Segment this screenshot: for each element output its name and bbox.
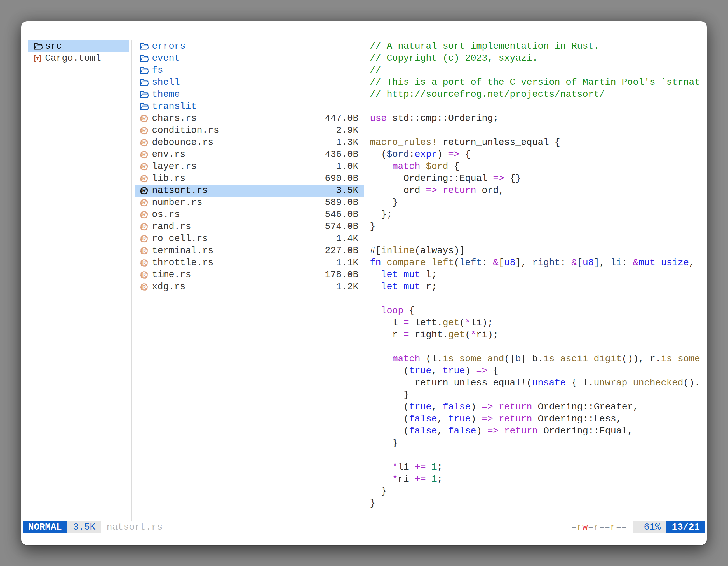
svg-text:R: R <box>142 224 146 230</box>
svg-text:R: R <box>142 164 146 170</box>
svg-text:R: R <box>142 116 146 121</box>
svg-text:R: R <box>142 176 146 182</box>
svg-text:R: R <box>142 272 146 278</box>
svg-text:R: R <box>142 200 146 206</box>
svg-text:R: R <box>142 152 146 158</box>
svg-text:R: R <box>142 128 146 133</box>
svg-text:R: R <box>142 188 146 194</box>
svg-text:R: R <box>142 236 146 242</box>
svg-text:R: R <box>142 248 146 254</box>
svg-text:R: R <box>142 284 146 290</box>
svg-text:R: R <box>142 212 146 218</box>
svg-text:R: R <box>142 140 146 146</box>
svg-text:R: R <box>142 260 146 266</box>
